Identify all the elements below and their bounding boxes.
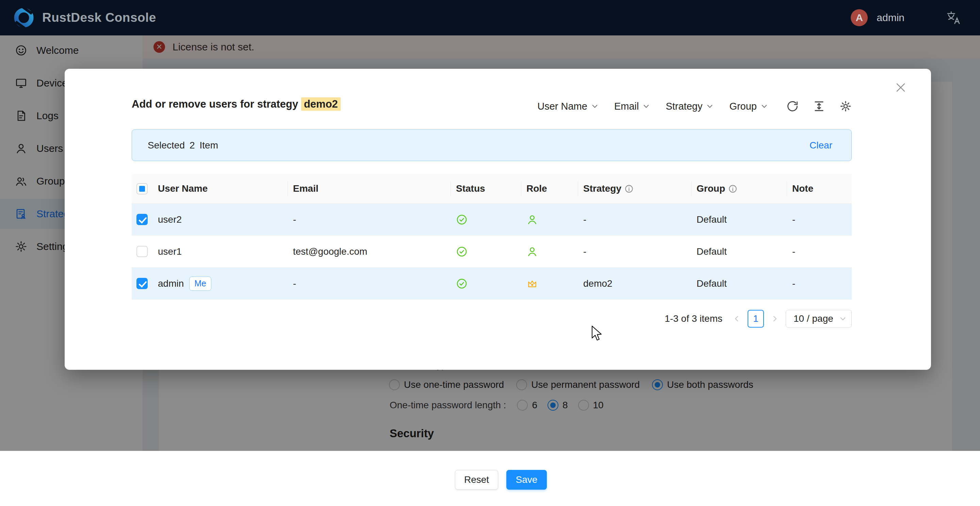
row-checkbox[interactable] [137,278,148,289]
col-user-name: User Name [153,174,288,203]
role-admin-crown-icon [527,278,538,289]
table-row-user1: user1 test@google.com - Default - [132,236,852,268]
add-remove-users-modal: Add or remove users for strategy demo2 U… [65,69,931,370]
cell-group: Default [691,278,787,289]
filter-group[interactable]: Group [729,101,768,112]
cell-role [521,246,578,257]
cell-group: Default [691,214,787,225]
chevron-down-icon [643,102,650,110]
cell-user-name: user1 [153,246,288,257]
info-icon[interactable] [728,184,737,193]
role-user-icon [527,246,538,257]
cell-status [450,246,521,257]
filter-toolbar: User Name Email Strategy Group [537,100,852,112]
strategy-name-highlight: demo2 [301,97,340,111]
refresh-icon[interactable] [786,100,799,112]
save-button[interactable]: Save [506,470,547,490]
col-strategy: Strategy [578,174,691,203]
reset-button[interactable]: Reset [455,470,498,490]
rustdesk-logo-icon [13,7,35,29]
filter-email[interactable]: Email [614,101,650,112]
table-row-admin: admin Me - demo2 Default - [132,268,852,300]
pagination-total: 1-3 of 3 items [665,313,722,324]
page-number-button[interactable]: 1 [748,310,764,327]
status-active-icon [456,278,468,289]
col-status: Status [450,174,521,203]
cell-role [521,278,578,289]
column-settings-icon[interactable] [840,100,852,112]
cell-status [450,278,521,289]
cell-user-name: admin Me [153,276,288,291]
row-checkbox[interactable] [137,214,148,225]
app-title: RustDesk Console [42,11,156,25]
chevron-down-icon [760,102,768,110]
filter-user-name[interactable]: User Name [537,101,598,112]
cell-email: - [288,214,450,225]
cell-email: - [288,278,450,289]
role-user-icon [527,214,538,225]
next-page-icon[interactable] [771,314,779,323]
clear-selection-link[interactable]: Clear [810,140,832,151]
selection-text: Selected2Item [148,140,218,151]
modal-title: Add or remove users for strategy demo2 [132,98,340,110]
filter-strategy[interactable]: Strategy [666,101,714,112]
col-note: Note [787,174,852,203]
form-action-bar: Reset Save [0,451,980,506]
info-icon[interactable] [624,184,633,193]
selection-count: 2 [189,140,195,151]
chevron-down-icon [839,315,846,322]
cell-status [450,214,521,225]
cell-strategy: - [578,214,691,225]
table-row-user2: user2 - - Default - [132,204,852,236]
prev-page-icon[interactable] [733,314,741,323]
cell-user-name: user2 [153,214,288,225]
cell-group: Default [691,246,787,257]
cell-note: - [787,246,852,257]
col-email: Email [288,174,450,203]
chevron-down-icon [591,102,598,110]
cell-note: - [787,278,852,289]
select-all-checkbox[interactable] [137,183,148,195]
selection-alert: Selected2Item Clear [132,129,852,161]
col-group: Group [691,174,787,203]
user-name[interactable]: admin [877,12,904,24]
page-size-select[interactable]: 10 / page [786,310,852,327]
modal-title-text: Add or remove users for strategy [132,98,301,110]
pagination: 1-3 of 3 items 1 10 / page [665,308,852,330]
cell-note: - [787,214,852,225]
status-active-icon [456,246,468,257]
row-checkbox[interactable] [137,246,148,257]
cell-email: test@google.com [288,246,450,257]
close-icon[interactable] [895,82,907,93]
chevron-down-icon [706,102,714,110]
users-table: User Name Email Status Role Strategy Gro… [132,174,852,300]
app-header: RustDesk Console A admin [0,0,980,35]
cell-strategy: demo2 [578,278,691,289]
me-badge: Me [189,276,211,291]
translate-icon[interactable] [946,10,961,25]
cell-role [521,214,578,225]
status-active-icon [456,214,468,225]
cell-strategy: - [578,246,691,257]
user-avatar[interactable]: A [851,9,868,26]
column-height-icon[interactable] [813,100,825,112]
col-role: Role [521,174,578,203]
table-header-row: User Name Email Status Role Strategy Gro… [132,174,852,204]
